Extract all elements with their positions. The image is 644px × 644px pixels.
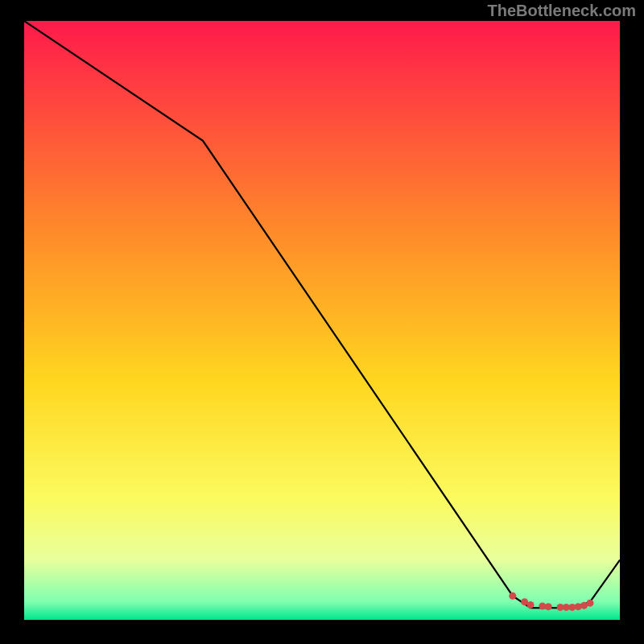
- gradient-background: [24, 21, 620, 620]
- chart-plot: [24, 21, 620, 620]
- chart-frame: TheBottleneck.com: [0, 0, 644, 644]
- marker-point: [527, 601, 535, 609]
- marker-point: [587, 600, 594, 607]
- marker-point: [509, 592, 516, 600]
- marker-point: [545, 603, 552, 610]
- watermark-text: TheBottleneck.com: [488, 2, 636, 20]
- marker-point: [575, 603, 582, 610]
